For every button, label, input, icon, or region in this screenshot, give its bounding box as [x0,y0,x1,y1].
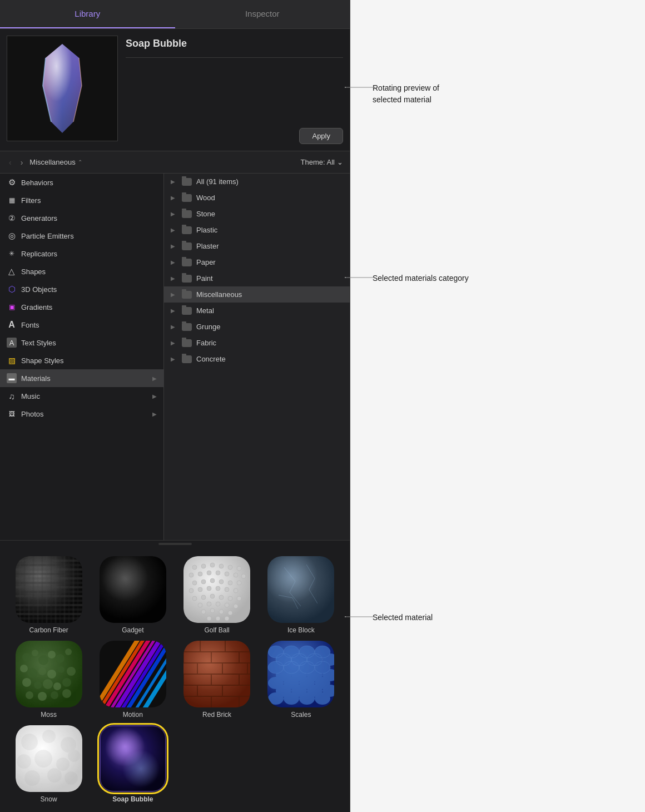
concrete-chevron: ▶ [171,356,177,362]
svg-point-40 [198,572,202,576]
material-carbon-fiber[interactable]: Carbon Fiber [9,556,88,634]
materials-grid: Carbon Fiber [0,547,350,812]
subcat-plaster[interactable]: ▶ Plaster [164,238,350,254]
scroll-divider [158,543,192,545]
sidebar-label-3d-objects: 3D Objects [21,285,157,294]
subcat-grunge[interactable]: ▶ Grunge [164,319,350,335]
theme-selector[interactable]: Theme: All ⌄ [301,158,343,166]
material-gadget[interactable]: Gadget [93,556,172,634]
svg-point-38 [237,566,241,571]
svg-point-181 [68,750,80,762]
sidebar-item-3d-objects[interactable]: ⬡ 3D Objects [0,280,163,298]
svg-point-54 [207,586,211,591]
nav-back-arrow[interactable]: ‹ [7,157,14,168]
sidebar-item-fonts[interactable]: A Fonts [0,316,163,334]
svg-point-37 [228,565,232,570]
main-container: Library Inspector [0,0,645,812]
sidebar-list: ⚙ Behaviors ▦ Filters ② Generators ◎ Par… [0,174,164,540]
subcat-fabric[interactable]: ▶ Fabric [164,335,350,351]
plastic-chevron: ▶ [171,227,177,233]
red-brick-thumb [183,641,250,707]
sidebar-item-generators[interactable]: ② Generators [0,209,163,227]
subcat-label-all: All (91 items) [196,177,239,186]
material-motion[interactable]: Motion [93,641,172,719]
subcat-stone[interactable]: ▶ Stone [164,206,350,222]
subcat-label-paint: Paint [196,274,213,283]
sidebar-item-text-styles[interactable]: A Text Styles [0,334,163,351]
materials-icon: ▬ [7,373,17,383]
concrete-folder-icon [182,355,192,363]
svg-point-84 [65,648,72,655]
carbon-fiber-thumb [16,556,82,623]
breadcrumb-chevron: ⌃ [78,159,82,165]
svg-point-68 [234,604,238,608]
svg-point-98 [51,691,58,699]
sidebar-item-gradients[interactable]: ▣ Gradients [0,298,163,316]
svg-point-42 [216,571,220,575]
music-expand-chevron: ▶ [152,393,157,399]
content-area: ⚙ Behaviors ▦ Filters ② Generators ◎ Par… [0,174,350,540]
music-icon: ♫ [7,391,17,401]
svg-point-194 [345,616,346,617]
tab-inspector[interactable]: Inspector [175,0,350,28]
annotation-selected-category: Selected materials category [373,273,469,284]
tab-library[interactable]: Library [0,0,175,28]
subcat-concrete[interactable]: ▶ Concrete [164,351,350,367]
gadget-label: Gadget [122,626,143,634]
subcat-label-miscellaneous: Miscellaneous [196,290,242,299]
svg-point-190 [345,87,346,88]
sidebar-item-music[interactable]: ♫ Music ▶ [0,387,163,405]
material-snow[interactable]: Snow [9,725,88,803]
subcat-wood[interactable]: ▶ Wood [164,190,350,206]
filters-icon: ▦ [7,195,17,205]
subcat-metal[interactable]: ▶ Metal [164,303,350,319]
nav-forward-arrow[interactable]: › [18,157,26,168]
svg-rect-31 [100,556,166,623]
annotation-category-text: Selected materials category [373,273,469,284]
material-scales[interactable]: Scales [261,641,341,719]
svg-point-97 [38,692,47,701]
material-red-brick[interactable]: Red Brick [177,641,257,719]
sidebar-item-shape-styles[interactable]: ▨ Shape Styles [0,351,163,369]
svg-point-179 [34,750,52,768]
subcat-label-grunge: Grunge [196,323,220,331]
material-soap-bubble[interactable]: Soap Bubble [93,725,172,803]
sidebar-item-particle-emitters[interactable]: ◎ Particle Emitters [0,227,163,245]
subcat-paint[interactable]: ▶ Paint [164,270,350,286]
stone-chevron: ▶ [171,211,177,217]
sidebar-item-materials[interactable]: ▬ Materials ▶ [0,369,163,387]
subcat-paper[interactable]: ▶ Paper [164,254,350,270]
svg-point-161 [299,692,315,705]
shapes-icon: △ [7,266,17,276]
svg-point-66 [216,602,220,606]
svg-point-159 [268,692,284,705]
material-golf-ball[interactable]: Golf Ball [177,556,257,634]
apply-button[interactable]: Apply [299,128,343,144]
all-folder-icon [182,178,192,186]
svg-point-51 [237,581,241,585]
breadcrumb-text: Miscellaneous [29,158,75,166]
soap-bubble-svg [34,41,90,136]
svg-point-93 [43,679,53,689]
sidebar-item-filters[interactable]: ▦ Filters [0,191,163,209]
plaster-chevron: ▶ [171,243,177,249]
svg-rect-133 [183,641,250,707]
grunge-folder-icon [182,323,192,331]
subcat-all[interactable]: ▶ All (91 items) [164,174,350,190]
sidebar-label-gradients: Gradients [21,303,157,311]
tab-bar: Library Inspector [0,0,350,29]
sidebar-item-behaviors[interactable]: ⚙ Behaviors [0,174,163,191]
subcat-miscellaneous[interactable]: ▶ Miscellaneous [164,286,350,303]
sidebar-item-photos[interactable]: 🖼 Photos ▶ [0,405,163,423]
gadget-thumb [100,556,166,623]
sidebar-label-behaviors: Behaviors [21,179,157,187]
svg-point-70 [210,608,215,613]
material-ice-block[interactable]: Ice Block [261,556,341,634]
material-moss[interactable]: Moss [9,641,88,719]
sidebar-item-shapes[interactable]: △ Shapes [0,263,163,280]
soap-bubble-label: Soap Bubble [112,795,153,803]
sidebar-item-replicators[interactable]: ✳ Replicators [0,245,163,263]
svg-rect-110 [100,641,166,707]
subcat-plastic[interactable]: ▶ Plastic [164,222,350,238]
svg-point-65 [207,602,211,606]
